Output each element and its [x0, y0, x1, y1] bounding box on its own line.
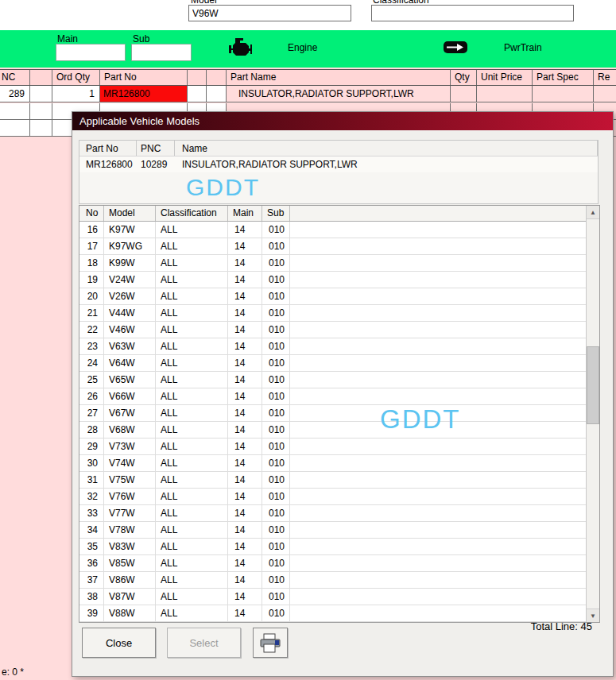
model-cell-classification: ALL: [156, 372, 228, 388]
model-row[interactable]: 17K97WGALL14010: [79, 238, 586, 255]
model-cell-no: 16: [79, 222, 104, 238]
model-cell-main: 14: [228, 255, 262, 271]
model-cell-sub: 010: [262, 272, 290, 288]
pwrtrain-tab-label[interactable]: PwrTrain: [504, 42, 542, 53]
model-cell-sub: 010: [262, 505, 290, 521]
header-blank-1: [30, 70, 52, 85]
model-cell-model: V75W: [104, 472, 156, 488]
scroll-up-icon[interactable]: ▲: [587, 206, 599, 219]
engine-tab-label[interactable]: Engine: [288, 42, 317, 53]
model-row[interactable]: 29V73WALL14010: [79, 439, 586, 455]
model-row[interactable]: 32V76WALL14010: [79, 489, 586, 505]
model-cell-model: V24W: [104, 272, 156, 288]
model-cell-model: V76W: [104, 489, 156, 504]
model-input[interactable]: [188, 5, 351, 21]
info-header-name: Name: [175, 141, 598, 156]
model-cell-main: 14: [228, 505, 262, 521]
model-row[interactable]: 30V74WALL14010: [79, 455, 586, 472]
model-cell-sub: 010: [262, 472, 290, 488]
info-part-no: MR126800: [79, 156, 137, 172]
models-header-sub: Sub: [262, 206, 290, 221]
model-row[interactable]: 27V67WALL14010: [79, 405, 586, 422]
models-table-header: No Model Classification Main Sub: [79, 206, 586, 222]
part-spec-cell: [533, 86, 594, 102]
model-row[interactable]: 21V44WALL14010: [79, 305, 586, 322]
parts-row-selected[interactable]: 289 1 MR126800 INSULATOR,RADIATOR SUPPOR…: [0, 86, 616, 102]
model-cell-sub: 010: [262, 405, 290, 421]
close-button[interactable]: Close: [82, 628, 156, 658]
print-button[interactable]: [253, 628, 288, 658]
models-header-classification: Classification: [156, 206, 228, 221]
model-cell-main: 14: [228, 405, 262, 421]
model-row[interactable]: 35V83WALL14010: [79, 539, 586, 555]
model-cell-classification: ALL: [156, 288, 228, 304]
model-cell-sub: 010: [262, 388, 290, 404]
sub-group-input[interactable]: [131, 44, 192, 61]
model-cell-sub: 010: [262, 255, 290, 271]
select-button[interactable]: Select: [167, 628, 241, 658]
model-cell-model: V78W: [104, 522, 156, 538]
models-header-model: Model: [104, 206, 156, 221]
screen: Model Classification Main Sub Engine Pwr…: [0, 0, 616, 680]
model-cell-main: 14: [228, 455, 262, 471]
part-no-cell[interactable]: MR126800: [100, 86, 188, 102]
model-row[interactable]: 38V87WALL14010: [79, 589, 586, 605]
scroll-thumb[interactable]: [587, 346, 599, 424]
model-row[interactable]: 34V78WALL14010: [79, 522, 586, 539]
model-cell-no: 24: [79, 355, 104, 371]
models-scrollbar[interactable]: ▲ ▼: [586, 206, 599, 622]
model-row[interactable]: 22V46WALL14010: [79, 322, 586, 338]
model-row[interactable]: 37V86WALL14010: [79, 572, 586, 589]
model-row[interactable]: 18K99WALL14010: [79, 255, 586, 272]
dialog-titlebar[interactable]: Applicable Vehicle Models: [72, 112, 613, 130]
main-label: Main: [57, 33, 78, 44]
model-cell-no: 31: [79, 472, 104, 488]
model-cell-classification: ALL: [156, 555, 228, 571]
model-row[interactable]: 20V26WALL14010: [79, 288, 586, 305]
classification-input[interactable]: [371, 5, 574, 21]
model-cell-classification: ALL: [156, 505, 228, 521]
main-group-input[interactable]: [56, 44, 126, 61]
part-info-panel: Part No PNC Name MR126800 10289 INSULATO…: [79, 140, 599, 204]
model-row[interactable]: 24V64WALL14010: [79, 355, 586, 372]
model-cell-model: V73W: [104, 439, 156, 454]
model-cell-model: V44W: [104, 305, 156, 321]
model-cell-no: 33: [79, 505, 104, 521]
header-unit-price: Unit Price: [477, 70, 533, 85]
info-header-pnc: PNC: [137, 141, 175, 156]
model-row[interactable]: 26V66WALL14010: [79, 388, 586, 405]
model-row[interactable]: 39V88WALL14010: [79, 605, 586, 622]
model-cell-sub: 010: [262, 372, 290, 388]
model-cell-no: 38: [79, 589, 104, 605]
applicable-vehicle-models-dialog: Applicable Vehicle Models Part No PNC Na…: [72, 111, 614, 677]
model-cell-main: 14: [228, 489, 262, 504]
model-cell-main: 14: [228, 388, 262, 404]
model-cell-main: 14: [228, 589, 262, 605]
model-cell-no: 29: [79, 439, 104, 454]
group-filter-bar: Main Sub Engine PwrTrain: [0, 30, 616, 68]
model-row[interactable]: 28V68WALL14010: [79, 422, 586, 439]
blank-cell: [30, 86, 52, 102]
models-header-no: No: [79, 206, 104, 221]
model-row[interactable]: 36V85WALL14010: [79, 555, 586, 572]
model-row[interactable]: 23V63WALL14010: [79, 338, 586, 355]
model-cell-sub: 010: [262, 439, 290, 454]
blank-cell: [0, 103, 30, 120]
model-cell-model: K97WG: [104, 238, 156, 254]
model-row[interactable]: 16K97WALL14010: [79, 222, 586, 238]
model-row[interactable]: 19V24WALL14010: [79, 272, 586, 288]
model-cell-classification: ALL: [156, 272, 228, 288]
model-cell-main: 14: [228, 322, 262, 338]
header-pnc: NC: [0, 70, 30, 85]
model-row[interactable]: 31V75WALL14010: [79, 472, 586, 489]
model-row[interactable]: 33V77WALL14010: [79, 505, 586, 522]
model-row[interactable]: 25V65WALL14010: [79, 372, 586, 388]
model-cell-classification: ALL: [156, 322, 228, 338]
model-cell-main: 14: [228, 288, 262, 304]
model-cell-model: V88W: [104, 605, 156, 621]
model-cell-main: 14: [228, 605, 262, 621]
model-cell-model: K97W: [104, 222, 156, 238]
ord-qty-cell[interactable]: 1: [52, 86, 100, 102]
model-cell-sub: 010: [262, 572, 290, 588]
header-part-no: Part No: [100, 70, 188, 85]
